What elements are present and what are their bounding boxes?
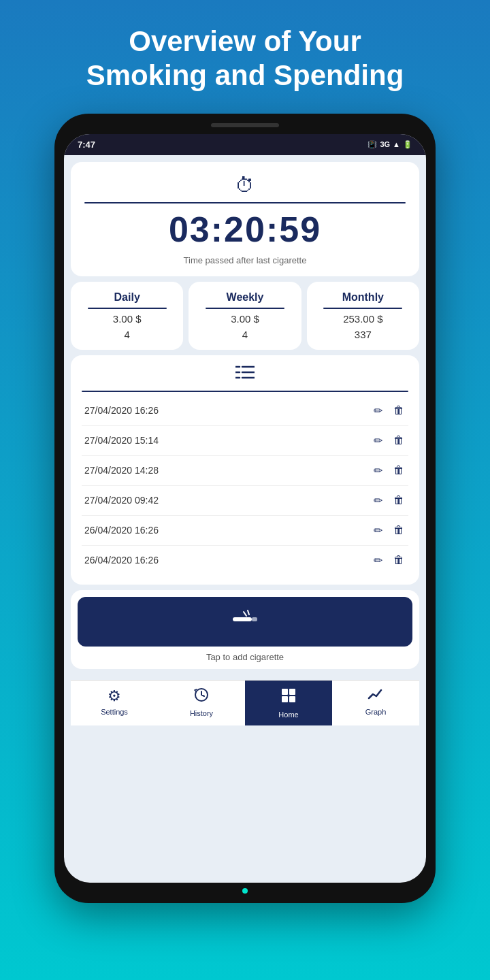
nav-history[interactable]: History — [158, 681, 245, 725]
edit-button-1[interactable]: ✏ — [372, 433, 384, 448]
history-item: 26/04/2020 16:26 ✏ 🗑 — [82, 516, 408, 546]
svg-rect-7 — [252, 617, 257, 621]
history-date-5: 26/04/2020 16:26 — [84, 555, 159, 566]
stat-value-monthly: 253.00 $ — [343, 313, 382, 325]
battery-icon: 🔋 — [403, 140, 412, 149]
app-content: ⏱ 03:20:59 Time passed after last cigare… — [64, 155, 426, 725]
history-date-3: 27/04/2020 09:42 — [84, 495, 159, 506]
timer-label: Time passed after last cigarette — [184, 255, 307, 265]
history-icon — [194, 687, 209, 706]
signal-icon: ▲ — [393, 140, 400, 148]
stat-card-daily: Daily 3.00 $ 4 — [71, 282, 183, 350]
nav-home-label: Home — [278, 710, 298, 719]
history-actions-0: ✏ 🗑 — [372, 403, 406, 419]
phone-notch — [211, 123, 279, 127]
nav-history-label: History — [190, 709, 213, 717]
stat-count-monthly: 337 — [355, 329, 372, 340]
svg-line-8 — [244, 612, 246, 616]
stat-value-daily: 3.00 $ — [113, 313, 142, 325]
phone-frame: 7:47 📳 3G ▲ 🔋 ⏱ 03:20:59 Time passed aft… — [54, 114, 436, 903]
delete-button-4[interactable]: 🗑 — [392, 523, 406, 538]
nav-graph-label: Graph — [365, 708, 387, 716]
nav-graph[interactable]: Graph — [332, 681, 419, 725]
history-date-0: 27/04/2020 16:26 — [84, 405, 159, 416]
history-actions-2: ✏ 🗑 — [372, 463, 406, 478]
stat-title-weekly: Weekly — [227, 291, 264, 304]
history-actions-4: ✏ 🗑 — [372, 523, 406, 538]
list-icon — [235, 365, 255, 384]
stat-divider-daily — [88, 308, 167, 309]
cigarette-icon — [231, 609, 259, 634]
stat-value-weekly: 3.00 $ — [231, 313, 259, 325]
delete-button-5[interactable]: 🗑 — [392, 553, 406, 568]
history-date-1: 27/04/2020 15:14 — [84, 435, 159, 446]
stat-count-weekly: 4 — [242, 329, 248, 340]
nav-settings[interactable]: ⚙ Settings — [71, 681, 158, 725]
add-cigarette-label: Tap to add cigarette — [206, 652, 284, 662]
edit-button-5[interactable]: ✏ — [372, 553, 384, 568]
stat-title-daily: Daily — [114, 291, 140, 304]
add-cigarette-button[interactable] — [78, 597, 412, 647]
nav-settings-label: Settings — [101, 708, 128, 716]
delete-button-0[interactable]: 🗑 — [392, 403, 406, 419]
svg-rect-11 — [282, 689, 288, 695]
history-item: 27/04/2020 09:42 ✏ 🗑 — [82, 486, 408, 516]
bottom-nav: ⚙ Settings History — [71, 680, 419, 725]
history-card: 27/04/2020 16:26 ✏ 🗑 27/04/2020 15:14 ✏ … — [71, 355, 419, 585]
edit-button-2[interactable]: ✏ — [372, 463, 384, 478]
status-icons: 📳 3G ▲ 🔋 — [368, 140, 412, 149]
svg-rect-13 — [282, 696, 288, 702]
network-label: 3G — [380, 140, 390, 148]
phone-screen: 7:47 📳 3G ▲ 🔋 ⏱ 03:20:59 Time passed aft… — [64, 134, 426, 883]
timer-display: 03:20:59 — [169, 209, 321, 250]
stat-card-monthly: Monthly 253.00 $ 337 — [307, 282, 419, 350]
history-header — [82, 365, 408, 384]
graph-icon — [368, 687, 384, 705]
history-item: 27/04/2020 15:14 ✏ 🗑 — [82, 426, 408, 456]
page-title: Overview of Your Smoking and Spending — [46, 0, 445, 114]
history-item: 27/04/2020 14:28 ✏ 🗑 — [82, 456, 408, 486]
nav-home[interactable]: Home — [245, 681, 332, 725]
stat-count-daily: 4 — [124, 329, 129, 340]
svg-rect-12 — [289, 689, 295, 695]
edit-button-0[interactable]: ✏ — [372, 403, 384, 419]
status-bar: 7:47 📳 3G ▲ 🔋 — [64, 134, 426, 155]
history-actions-1: ✏ 🗑 — [372, 433, 406, 448]
add-cigarette-section: Tap to add cigarette — [71, 590, 419, 669]
delete-button-2[interactable]: 🗑 — [392, 463, 406, 478]
history-divider — [82, 391, 408, 392]
history-date-2: 27/04/2020 14:28 — [84, 465, 159, 476]
delete-button-3[interactable]: 🗑 — [392, 493, 406, 508]
history-actions-3: ✏ 🗑 — [372, 493, 406, 508]
history-item: 27/04/2020 16:26 ✏ 🗑 — [82, 396, 408, 426]
home-icon — [280, 687, 297, 708]
svg-rect-14 — [289, 696, 295, 702]
svg-rect-6 — [233, 617, 252, 621]
history-date-4: 26/04/2020 16:26 — [84, 525, 159, 536]
stat-title-monthly: Monthly — [342, 291, 384, 304]
timer-card: ⏱ 03:20:59 Time passed after last cigare… — [71, 162, 419, 276]
timer-divider — [84, 202, 406, 203]
edit-button-3[interactable]: ✏ — [372, 493, 384, 508]
svg-line-9 — [248, 610, 249, 615]
stat-card-weekly: Weekly 3.00 $ 4 — [189, 282, 301, 350]
stat-divider-weekly — [206, 308, 284, 309]
history-actions-5: ✏ 🗑 — [372, 553, 406, 568]
phone-dot — [242, 888, 248, 894]
vibrate-icon: 📳 — [368, 140, 377, 149]
clock-icon: ⏱ — [235, 174, 255, 197]
edit-button-4[interactable]: ✏ — [372, 523, 384, 538]
delete-button-1[interactable]: 🗑 — [392, 433, 406, 448]
stat-divider-monthly — [323, 308, 402, 309]
stats-row: Daily 3.00 $ 4 Weekly 3.00 $ 4 Monthly 2… — [71, 282, 419, 350]
status-time: 7:47 — [78, 140, 95, 150]
settings-icon: ⚙ — [108, 687, 121, 705]
history-item: 26/04/2020 16:26 ✏ 🗑 — [82, 546, 408, 575]
